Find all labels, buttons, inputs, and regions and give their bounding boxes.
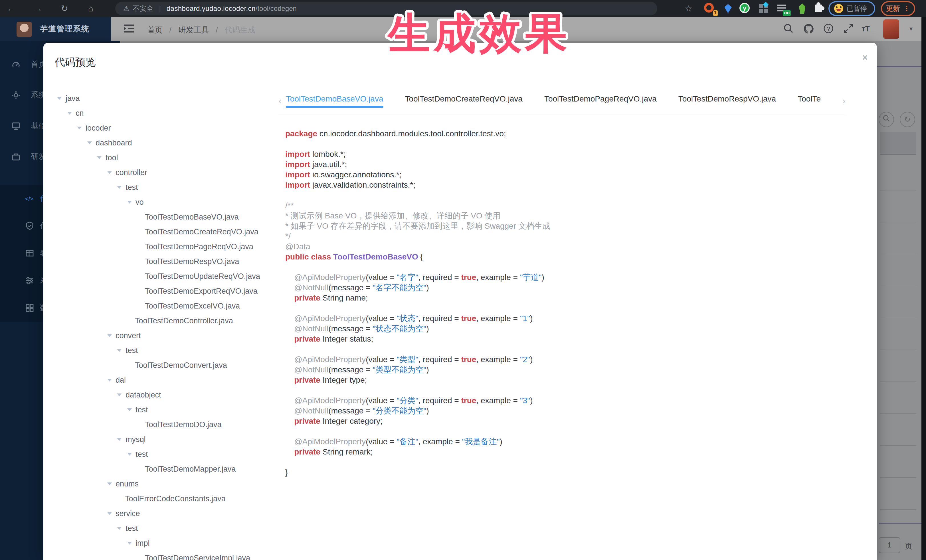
tree-folder[interactable]: dal bbox=[48, 372, 276, 387]
tree-folder[interactable]: impl bbox=[48, 536, 276, 550]
tabs-scroll-right-icon[interactable]: › bbox=[843, 96, 846, 106]
tree-label: test bbox=[136, 450, 148, 458]
profile-paused-button[interactable]: 已暂停 bbox=[828, 1, 875, 16]
tree-label: controller bbox=[115, 168, 147, 177]
browser-reload-icon[interactable]: ↻ bbox=[58, 2, 71, 15]
tree-file[interactable]: ToolTestDemoRespVO.java bbox=[48, 254, 276, 269]
tree-file[interactable]: ToolTestDemoUpdateReqVO.java bbox=[48, 269, 276, 284]
code-view[interactable]: package cn.iocoder.dashboard.modules.too… bbox=[285, 128, 550, 477]
tree-file[interactable]: ToolTestDemoExportReqVO.java bbox=[48, 284, 276, 298]
tree-folder[interactable]: convert bbox=[48, 328, 276, 343]
tree-label: ToolTestDemoMapper.java bbox=[145, 465, 236, 473]
browser-home-icon[interactable]: ⌂ bbox=[85, 2, 97, 15]
tree-folder[interactable]: test bbox=[48, 447, 276, 461]
tree-file[interactable]: ToolTestDemoExcelVO.java bbox=[48, 298, 276, 313]
tree-file[interactable]: ToolTestDemoDO.java bbox=[48, 417, 276, 432]
code-line bbox=[285, 190, 550, 200]
avatar-caret-icon[interactable]: ▾ bbox=[909, 25, 912, 33]
caret-down-icon[interactable] bbox=[127, 408, 132, 411]
file-tab[interactable]: ToolTestDemoCreateReqVO.java bbox=[405, 94, 523, 108]
browser-forward-icon[interactable]: → bbox=[32, 2, 44, 15]
caret-down-icon[interactable] bbox=[107, 482, 112, 485]
caret-down-icon[interactable] bbox=[127, 542, 132, 544]
bookmark-star-icon[interactable]: ☆ bbox=[682, 2, 695, 15]
tree-folder[interactable]: test bbox=[48, 521, 276, 536]
tree-folder[interactable]: enums bbox=[48, 476, 276, 491]
extension-puzzle-icon[interactable] bbox=[813, 3, 824, 14]
extension-gem-icon[interactable] bbox=[722, 3, 734, 14]
tree-file[interactable]: ToolTestDemoPageReqVO.java bbox=[48, 239, 276, 254]
tree-folder[interactable]: service bbox=[48, 506, 276, 521]
tree-folder[interactable]: vo bbox=[48, 195, 276, 209]
github-icon[interactable] bbox=[803, 23, 814, 34]
hamburger-icon[interactable] bbox=[124, 24, 134, 33]
tree-file[interactable]: ToolTestDemoBaseVO.java bbox=[48, 209, 276, 224]
tree-folder[interactable]: java bbox=[48, 91, 276, 106]
extension-grid-icon[interactable] bbox=[759, 3, 770, 14]
tree-folder[interactable]: controller bbox=[48, 165, 276, 180]
caret-down-icon[interactable] bbox=[87, 141, 92, 144]
tree-folder[interactable]: dataobject bbox=[48, 387, 276, 402]
caret-down-icon[interactable] bbox=[107, 334, 112, 337]
caret-down-icon[interactable] bbox=[97, 156, 101, 159]
close-icon[interactable]: × bbox=[858, 51, 872, 65]
breadcrumb-tools[interactable]: 研发工具 bbox=[178, 26, 209, 34]
font-size-icon[interactable]: тT bbox=[861, 24, 870, 33]
tree-folder[interactable]: test bbox=[48, 180, 276, 195]
tree-file[interactable]: ToolTestDemoServiceImpl.java bbox=[48, 550, 276, 560]
tree-label: test bbox=[126, 346, 138, 355]
tree-folder[interactable]: test bbox=[48, 343, 276, 358]
breadcrumb-home[interactable]: 首页 bbox=[147, 26, 163, 34]
caret-down-icon[interactable] bbox=[57, 97, 62, 100]
file-tab[interactable]: ToolTestDemoRespVO.java bbox=[678, 94, 776, 108]
tabs-scroll-left-icon[interactable]: ‹ bbox=[278, 96, 281, 106]
table-refresh-button[interactable]: ↻ bbox=[900, 112, 915, 127]
extension-badge: 1 bbox=[713, 10, 718, 16]
security-label[interactable]: 不安全 bbox=[133, 4, 153, 14]
tree-file[interactable]: ToolTestDemoConvert.java bbox=[48, 358, 276, 372]
tree-file[interactable]: ToolTestDemoMapper.java bbox=[48, 461, 276, 476]
tree-file[interactable]: ToolTestDemoCreateReqVO.java bbox=[48, 224, 276, 239]
page-number-input[interactable]: 1 bbox=[879, 537, 900, 553]
file-tab[interactable]: ToolTestDemoBaseVO.java bbox=[286, 94, 383, 108]
caret-down-icon[interactable] bbox=[77, 126, 82, 129]
caret-down-icon[interactable] bbox=[127, 201, 132, 203]
extension-plant-icon[interactable] bbox=[796, 3, 808, 14]
file-tab[interactable]: ToolTe bbox=[797, 94, 821, 108]
caret-down-icon[interactable] bbox=[127, 453, 132, 455]
tree-folder[interactable]: dashboard bbox=[48, 135, 276, 150]
tree-file[interactable]: ToolTestDemoController.java bbox=[48, 313, 276, 328]
app-name: 芋道管理系统 bbox=[40, 24, 89, 34]
caret-down-icon[interactable] bbox=[67, 112, 72, 114]
menu-dots-icon[interactable]: ⋮ bbox=[903, 5, 910, 12]
help-icon[interactable]: ? bbox=[823, 23, 834, 34]
tree-folder[interactable]: test bbox=[48, 402, 276, 417]
caret-down-icon[interactable] bbox=[107, 378, 112, 381]
file-tabs-bar: ‹ ToolTestDemoBaseVO.javaToolTestDemoCre… bbox=[278, 94, 846, 108]
browser-back-icon[interactable]: ← bbox=[5, 2, 17, 15]
caret-down-icon[interactable] bbox=[117, 438, 121, 441]
tree-label: ToolErrorCodeConstants.java bbox=[125, 494, 225, 503]
table-search-button[interactable] bbox=[879, 112, 894, 127]
extension-list-icon[interactable]: on bbox=[777, 3, 788, 14]
tree-folder[interactable]: iocoder bbox=[48, 120, 276, 135]
caret-down-icon[interactable] bbox=[117, 186, 121, 189]
user-avatar[interactable] bbox=[883, 20, 899, 39]
tree-file[interactable]: ToolErrorCodeConstants.java bbox=[48, 491, 276, 506]
fullscreen-icon[interactable] bbox=[843, 23, 853, 34]
tree-folder[interactable]: cn bbox=[48, 106, 276, 120]
browser-update-button[interactable]: 更新⋮ bbox=[881, 1, 915, 16]
extension-ring-icon[interactable]: 1 bbox=[704, 3, 716, 14]
search-icon[interactable] bbox=[783, 23, 794, 34]
tree-folder[interactable]: mysql bbox=[48, 432, 276, 447]
app-logo[interactable]: 芋道管理系统 bbox=[0, 17, 111, 41]
caret-down-icon[interactable] bbox=[117, 349, 121, 352]
caret-down-icon[interactable] bbox=[107, 171, 112, 174]
tree-folder[interactable]: tool bbox=[48, 150, 276, 165]
caret-down-icon[interactable] bbox=[117, 527, 121, 530]
caret-down-icon[interactable] bbox=[117, 393, 121, 396]
extension-green-icon[interactable]: y bbox=[740, 3, 751, 14]
caret-down-icon[interactable] bbox=[107, 512, 112, 515]
file-tab[interactable]: ToolTestDemoPageReqVO.java bbox=[544, 94, 657, 108]
code-icon: </> bbox=[25, 194, 34, 203]
